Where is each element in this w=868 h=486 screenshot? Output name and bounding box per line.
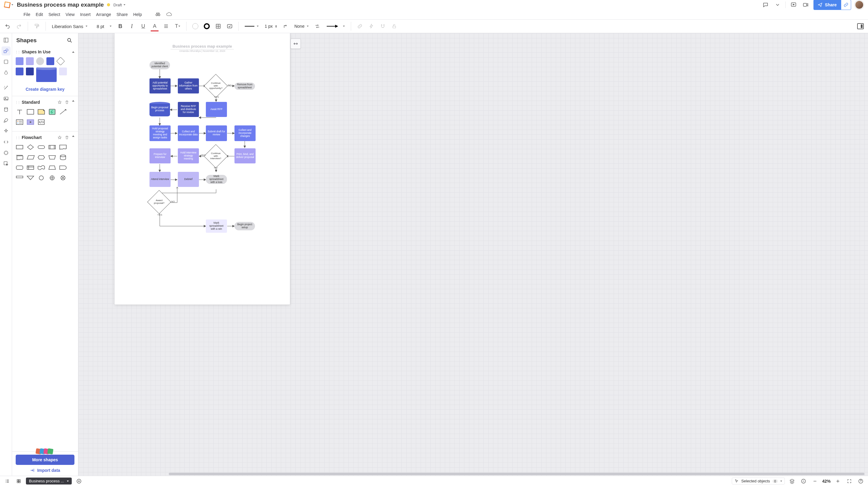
- tool-smartdraw[interactable]: [1, 127, 10, 136]
- link-button[interactable]: [355, 22, 364, 31]
- layers-button[interactable]: [788, 477, 796, 485]
- tool-plugins[interactable]: [1, 148, 10, 157]
- page-tab[interactable]: Business process ...: [26, 478, 72, 485]
- swap-endpoints-button[interactable]: [313, 22, 322, 31]
- fc-internal[interactable]: [26, 163, 35, 172]
- line-start-dropdown[interactable]: None: [293, 24, 310, 29]
- user-avatar[interactable]: [855, 0, 864, 9]
- font-family-dropdown[interactable]: Liberation Sans: [50, 24, 89, 29]
- tool-shapes[interactable]: [1, 47, 10, 56]
- tool-code[interactable]: [1, 138, 10, 147]
- swatch[interactable]: [36, 67, 57, 82]
- swatch[interactable]: [59, 67, 67, 75]
- trash-icon[interactable]: [65, 135, 69, 140]
- add-page-button[interactable]: [75, 477, 83, 485]
- zoom-out-button[interactable]: [811, 477, 819, 485]
- more-shapes-button[interactable]: More shapes: [16, 455, 74, 465]
- magnet-button[interactable]: [378, 22, 387, 31]
- node-hold[interactable]: Hold proposal strategy meeting and assig…: [150, 125, 170, 141]
- trash-icon[interactable]: [65, 100, 69, 104]
- fc-manual[interactable]: [48, 153, 57, 161]
- node-remove[interactable]: Remove from spreadsheet: [235, 83, 255, 90]
- record-button[interactable]: [801, 1, 810, 9]
- stroke-color-button[interactable]: [202, 22, 211, 31]
- text-align-button[interactable]: [161, 22, 170, 31]
- fc-connector[interactable]: [37, 174, 46, 182]
- page-orientation-button[interactable]: [290, 39, 301, 49]
- menu-file[interactable]: File: [24, 12, 30, 17]
- std-text[interactable]: [15, 108, 24, 116]
- fc-trap[interactable]: [48, 163, 57, 172]
- section-shapes-in-use[interactable]: ⋮⋮ Shapes In Use: [12, 47, 78, 56]
- tool-magic[interactable]: [1, 83, 10, 92]
- menu-search-button[interactable]: [155, 11, 161, 18]
- tool-data[interactable]: [1, 105, 10, 114]
- shape-options-button[interactable]: [214, 22, 223, 31]
- tool-quickstart[interactable]: [1, 116, 10, 125]
- std-line[interactable]: [59, 108, 67, 116]
- share-button[interactable]: Share: [813, 0, 841, 10]
- create-diagram-key-link[interactable]: Create diagram key: [12, 85, 78, 96]
- menu-insert[interactable]: Insert: [80, 12, 91, 17]
- horizontal-scrollbar[interactable]: [169, 473, 864, 475]
- fc-card[interactable]: [15, 163, 24, 172]
- node-mark-loss[interactable]: Mark spreadsheet with a loss: [206, 175, 227, 184]
- shape-check-button[interactable]: [225, 22, 234, 31]
- std-rect[interactable]: [26, 108, 35, 116]
- swatch[interactable]: [26, 67, 34, 75]
- line-width-stepper[interactable]: 1 px: [263, 24, 278, 29]
- node-begin-setup[interactable]: Begin project setup: [235, 222, 255, 230]
- std-note[interactable]: [37, 108, 46, 116]
- line-style-dropdown[interactable]: [243, 26, 260, 27]
- line-end-dropdown[interactable]: [324, 24, 347, 28]
- document-title[interactable]: Business process map example: [17, 1, 104, 8]
- undo-button[interactable]: [3, 22, 12, 31]
- italic-button[interactable]: I: [127, 22, 136, 31]
- fill-color-button[interactable]: [191, 22, 200, 31]
- node-begin-process[interactable]: Begin proposal process: [150, 102, 170, 116]
- node-award[interactable]: Award proposal?: [151, 193, 167, 210]
- comments-button[interactable]: [761, 1, 770, 9]
- text-size-button[interactable]: T: [173, 22, 182, 31]
- std-flash[interactable]: [48, 108, 57, 116]
- swatch[interactable]: [46, 57, 54, 65]
- copy-link-button[interactable]: [841, 0, 851, 10]
- text-color-button[interactable]: A: [150, 22, 159, 31]
- fc-hex[interactable]: [37, 153, 46, 161]
- fc-multidoc[interactable]: [15, 153, 24, 161]
- menu-help[interactable]: Help: [133, 12, 142, 17]
- redo-button[interactable]: [14, 22, 24, 31]
- search-shapes-button[interactable]: [65, 36, 74, 44]
- underline-button[interactable]: U: [138, 22, 148, 31]
- fc-or[interactable]: [59, 174, 67, 182]
- cloud-sync-button[interactable]: [166, 11, 172, 18]
- tool-container[interactable]: [1, 57, 10, 66]
- bold-button[interactable]: B: [116, 22, 125, 31]
- node-hold-interview[interactable]: Hold interview strategy meeting: [178, 148, 199, 163]
- lock-button[interactable]: [390, 22, 399, 31]
- node-await[interactable]: Await RFP: [206, 102, 227, 117]
- node-gather[interactable]: Gather information from others: [178, 79, 199, 93]
- menu-edit[interactable]: Edit: [36, 12, 43, 17]
- zoom-level[interactable]: 42%: [822, 479, 831, 484]
- swatch[interactable]: [56, 57, 65, 65]
- zoom-in-button[interactable]: [834, 477, 842, 485]
- star-icon[interactable]: [58, 100, 62, 104]
- node-submit[interactable]: Submit draft for review: [206, 125, 227, 141]
- fc-merge[interactable]: [26, 174, 35, 182]
- section-flowchart[interactable]: ⋮⋮ Flowchart: [12, 132, 78, 142]
- node-continue-opp[interactable]: Continue with opportunity?: [207, 78, 224, 94]
- swatch[interactable]: [16, 67, 24, 75]
- present-button[interactable]: [789, 1, 798, 9]
- fc-display[interactable]: [15, 174, 24, 182]
- node-attend[interactable]: Attend interview: [150, 172, 170, 187]
- outline-button[interactable]: [3, 477, 11, 485]
- std-list[interactable]: [15, 118, 24, 126]
- fc-terminator[interactable]: [37, 143, 46, 151]
- menu-share[interactable]: Share: [117, 12, 128, 17]
- node-collect1[interactable]: Collect and incorporate data: [178, 125, 199, 141]
- swatch[interactable]: [26, 57, 34, 65]
- section-standard[interactable]: ⋮⋮ Standard: [12, 97, 78, 107]
- menu-view[interactable]: View: [66, 12, 75, 17]
- fc-sum[interactable]: [48, 174, 57, 182]
